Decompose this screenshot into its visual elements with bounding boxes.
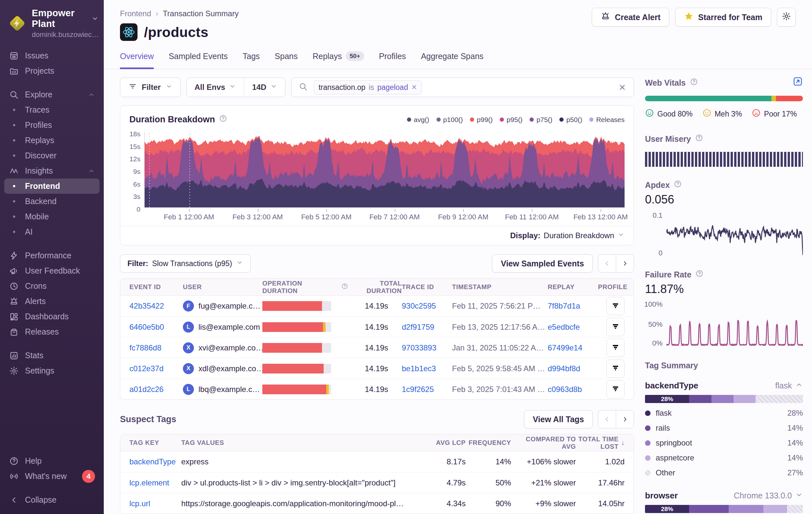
date-range-selector[interactable]: 14D	[244, 78, 285, 97]
search-input[interactable]: transaction.op is pageload ✕	[291, 78, 634, 97]
starred-for-team-button[interactable]: Starred for Team	[675, 8, 771, 27]
create-alert-button[interactable]: Create Alert	[592, 8, 669, 27]
legend-item-p75[interactable]: p75()	[529, 116, 552, 124]
sidebar-item-stats[interactable]: Stats	[4, 348, 99, 363]
pager-next-button[interactable]	[616, 254, 634, 273]
search-clear-icon[interactable]	[618, 83, 627, 91]
tag-distribution-bar[interactable]: 28%	[645, 505, 803, 513]
replay-link[interactable]: c0963d8b	[548, 385, 582, 394]
sidebar-item-collapse[interactable]: Collapse	[4, 492, 99, 508]
sidebar-item-discover[interactable]: Discover	[4, 148, 99, 163]
tab-spans[interactable]: Spans	[275, 51, 298, 69]
sidebar-item-traces[interactable]: Traces	[4, 102, 99, 117]
legend-item-p100[interactable]: p100()	[436, 116, 463, 124]
pager-previous-button[interactable]	[598, 410, 616, 428]
filter-button[interactable]: Filter	[120, 78, 181, 97]
view-sampled-events-button[interactable]: View Sampled Events	[492, 254, 593, 273]
display-selector[interactable]: Display: Duration Breakdown	[120, 226, 634, 245]
event-id-link[interactable]: c012e37d	[129, 364, 164, 373]
profile-button[interactable]	[606, 318, 625, 336]
sidebar-item-explore[interactable]: Explore	[4, 87, 99, 102]
org-switcher[interactable]: Empower Plant dominik.buszowiec…	[0, 8, 104, 39]
events-column-replay[interactable]: REPLAY	[548, 283, 598, 291]
tab-aggregate-spans[interactable]: Aggregate Spans	[421, 51, 484, 69]
duration-chart[interactable]	[144, 132, 625, 208]
profile-button[interactable]	[606, 297, 625, 315]
event-id-link[interactable]: 42b35422	[129, 301, 164, 310]
replay-link[interactable]: 67499e14	[548, 343, 582, 352]
sidebar-item-what-s-new[interactable]: What's new4	[4, 468, 99, 484]
search-token[interactable]: transaction.op is pageload ✕	[314, 80, 422, 94]
suspect-tags-column-avg-lcp[interactable]: AVG LCP	[427, 439, 466, 447]
suspect-tags-column-tag-values[interactable]: TAG VALUES	[181, 439, 427, 447]
events-column-event-id[interactable]: EVENT ID	[129, 283, 183, 291]
replay-link[interactable]: d994bf8d	[548, 364, 580, 373]
sidebar-item-frontend[interactable]: Frontend	[4, 179, 99, 194]
tag-group-selected-value[interactable]: flask	[775, 381, 803, 391]
trace-id-link[interactable]: d2f91759	[402, 323, 434, 332]
settings-button[interactable]	[777, 8, 796, 27]
tag-key-link[interactable]: lcp.element	[129, 478, 169, 487]
sidebar-item-profiles[interactable]: Profiles	[4, 117, 99, 133]
tag-legend-item[interactable]: aspnetcore14%	[645, 451, 803, 465]
sidebar-item-crons[interactable]: Crons	[4, 278, 99, 294]
tag-legend-item[interactable]: Other27%	[645, 465, 803, 480]
sidebar-item-insights[interactable]: Insights	[4, 163, 99, 179]
event-id-link[interactable]: fc7886d8	[129, 343, 162, 352]
events-column-total-duration[interactable]: TOTAL DURATION	[348, 280, 402, 295]
profile-button[interactable]	[606, 380, 625, 399]
sidebar-item-releases[interactable]: Releases	[4, 324, 99, 340]
replay-link[interactable]: 7f8b7d1a	[548, 301, 580, 310]
events-column-operation-duration[interactable]: OPERATION DURATION	[262, 280, 348, 295]
sidebar-item-replays[interactable]: Replays	[4, 133, 99, 148]
trace-id-link[interactable]: 930c2595	[402, 301, 436, 310]
events-column-profile[interactable]: PROFILE	[598, 283, 628, 291]
tag-key-link[interactable]: backendType	[129, 457, 176, 466]
sidebar-item-backend[interactable]: Backend	[4, 194, 99, 209]
sidebar-item-alerts[interactable]: Alerts	[4, 294, 99, 309]
sidebar-item-settings[interactable]: Settings	[4, 363, 99, 378]
profile-button[interactable]	[606, 359, 625, 378]
replay-link[interactable]: e5edbcfe	[548, 323, 580, 332]
tag-key-link[interactable]: lcp.url	[129, 499, 150, 508]
legend-item-p99[interactable]: p99()	[470, 116, 493, 124]
token-remove-icon[interactable]: ✕	[411, 83, 417, 91]
tag-legend-item[interactable]: springboot14%	[645, 435, 803, 451]
breadcrumb-parent[interactable]: Frontend	[120, 9, 151, 18]
event-id-link[interactable]: 6460e5b0	[129, 323, 164, 332]
suspect-tags-column-tag-key[interactable]: TAG KEY	[129, 439, 181, 447]
legend-item-p50[interactable]: p50()	[559, 116, 582, 124]
legend-item-avg[interactable]: avg()	[407, 116, 429, 124]
environment-selector[interactable]: All Envs	[187, 78, 244, 97]
suspect-tags-column-compared-to-avg[interactable]: COMPARED TO AVG	[511, 435, 576, 451]
tag-legend-item[interactable]: flask28%	[645, 406, 803, 421]
events-column-timestamp[interactable]: TIMESTAMP	[452, 283, 548, 291]
sidebar-item-help[interactable]: Help	[4, 453, 99, 468]
legend-item-p95[interactable]: p95()	[500, 116, 522, 124]
sidebar-item-dashboards[interactable]: Dashboards	[4, 309, 99, 324]
tag-group-header[interactable]: backendTypeflask	[645, 381, 803, 391]
legend-item-Releases[interactable]: Releases	[589, 116, 625, 124]
pager-previous-button[interactable]	[598, 254, 616, 273]
sidebar-item-performance[interactable]: Performance	[4, 248, 99, 263]
tab-overview[interactable]: Overview	[120, 51, 154, 69]
trace-id-link[interactable]: be1b1ec3	[402, 364, 436, 373]
sidebar-item-ai[interactable]: AI	[4, 224, 99, 240]
tag-distribution-bar[interactable]: 28%	[645, 395, 803, 403]
tab-replays[interactable]: Replays50+	[313, 51, 364, 69]
suspect-tags-column-total-time-lost[interactable]: TOTAL TIME LOST↓	[576, 435, 625, 451]
profile-button[interactable]	[606, 339, 625, 357]
events-column-user[interactable]: USER	[183, 283, 262, 291]
tag-group-selected-value[interactable]: Chrome 133.0.0	[734, 491, 803, 501]
tab-profiles[interactable]: Profiles	[379, 51, 406, 69]
view-all-tags-button[interactable]: View All Tags	[524, 410, 593, 428]
sidebar-item-user-feedback[interactable]: User Feedback	[4, 263, 99, 278]
tab-tags[interactable]: Tags	[242, 51, 260, 69]
pager-next-button[interactable]	[616, 410, 634, 428]
transactions-filter-selector[interactable]: Filter: Slow Transactions (p95)	[120, 254, 251, 273]
sidebar-item-mobile[interactable]: Mobile	[4, 209, 99, 224]
sidebar-item-projects[interactable]: Projects	[4, 63, 99, 79]
tag-legend-item[interactable]: rails14%	[645, 421, 803, 435]
tab-sampled-events[interactable]: Sampled Events	[169, 51, 228, 69]
trace-id-link[interactable]: 1c9f2625	[402, 385, 434, 394]
